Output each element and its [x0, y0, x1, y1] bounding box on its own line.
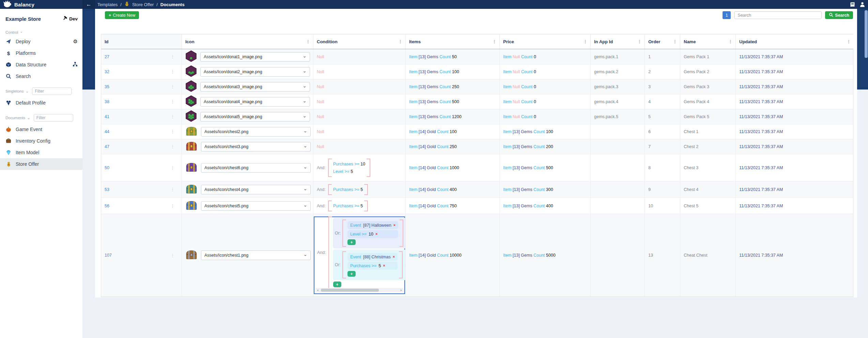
pagination-page-1[interactable]: 1: [723, 11, 731, 19]
sidebar-item-search[interactable]: Search: [0, 70, 82, 82]
singletons-section-label[interactable]: Singletons⌄: [5, 89, 29, 94]
row-menu-icon[interactable]: ⋮: [170, 114, 175, 119]
column-menu-icon[interactable]: ⋮: [583, 39, 588, 44]
create-new-button[interactable]: + Create New: [105, 11, 139, 19]
icon-path-select[interactable]: Assets/Icon/donat2_image.png⌄: [200, 67, 310, 77]
horizontal-scrollbar[interactable]: ‹›: [315, 288, 403, 292]
remove-condition-icon[interactable]: ×: [375, 232, 377, 236]
row-menu-icon[interactable]: ⋮: [170, 84, 175, 89]
icon-path-select[interactable]: Assets/Icon/chest4.png⌄: [201, 185, 311, 194]
user-profile-icon[interactable]: [859, 2, 865, 7]
column-header-items[interactable]: Items⋮: [406, 34, 500, 49]
sidebar-item-game-event[interactable]: Game Event: [0, 124, 82, 135]
table-body: 27⋮Assets/Icon/donat1_image.png⌄NullItem…: [101, 49, 853, 297]
breadcrumb-documents[interactable]: Documents: [160, 2, 185, 7]
row-id-link[interactable]: 27: [105, 54, 109, 59]
row-menu-icon[interactable]: ⋮: [170, 99, 175, 104]
add-group-button[interactable]: +: [333, 281, 341, 287]
icon-path-select[interactable]: Assets/Icon/chest5.png⌄: [201, 201, 311, 211]
sidebar-item-store-offer[interactable]: $ Store Offer: [0, 158, 82, 170]
row-menu-icon[interactable]: ⋮: [170, 69, 175, 74]
column-header-in-app-id[interactable]: In App Id⋮: [591, 34, 645, 49]
remove-condition-icon[interactable]: ×: [393, 255, 395, 259]
column-header-name[interactable]: Name⋮: [680, 34, 736, 49]
documents-section-label[interactable]: Documents⌄: [5, 115, 30, 120]
documents-filter-input[interactable]: [34, 114, 73, 122]
cell-price: Item Null Count 0: [500, 79, 591, 94]
singletons-filter-input[interactable]: [32, 87, 72, 95]
sidebar-item-item-model[interactable]: Item Model: [0, 147, 82, 158]
icon-path-select[interactable]: Assets/Icon/chest6.png⌄: [201, 163, 311, 173]
condition-chip[interactable]: Purchases >=5×: [347, 262, 398, 270]
remove-condition-icon[interactable]: ×: [393, 223, 396, 227]
column-menu-icon[interactable]: ⋮: [847, 39, 851, 44]
row-id-link[interactable]: 107: [105, 253, 112, 258]
scroll-right-icon[interactable]: ›: [399, 288, 403, 292]
docs-book-icon[interactable]: [850, 2, 855, 7]
row-id-link[interactable]: 32: [105, 69, 109, 74]
control-section-label[interactable]: Control⌄: [5, 30, 77, 34]
row-menu-icon[interactable]: ⋮: [170, 165, 175, 170]
sidebar-item-platforms[interactable]: $ Platforms: [0, 47, 82, 59]
icon-path-select[interactable]: Assets/Icon/donat5_image.png⌄: [200, 112, 310, 122]
condition-chip[interactable]: Level >=10×: [347, 230, 398, 238]
row-id-link[interactable]: 35: [105, 84, 109, 89]
scroll-left-icon[interactable]: ‹: [315, 288, 320, 292]
count-value: 0: [534, 54, 536, 59]
column-header-condition[interactable]: Condition⋮: [313, 34, 406, 49]
row-menu-icon[interactable]: ⋮: [170, 253, 175, 258]
scrollbar-thumb[interactable]: [321, 289, 379, 292]
column-menu-icon[interactable]: ⋮: [673, 39, 677, 44]
column-header-id[interactable]: Id: [101, 34, 182, 49]
column-menu-icon[interactable]: ⋮: [398, 39, 403, 44]
deploy-settings-gear-icon[interactable]: ⚙: [73, 38, 78, 45]
back-button[interactable]: ←: [82, 0, 95, 9]
logo[interactable]: Balancy: [0, 0, 82, 9]
column-menu-icon[interactable]: ⋮: [637, 39, 642, 44]
condition-chip[interactable]: Event[88] Christmas×: [347, 253, 398, 261]
profile-cluster-icon: [5, 100, 12, 106]
sidebar-item-deploy[interactable]: Deploy ⚙: [0, 36, 82, 47]
row-id-link[interactable]: 47: [105, 144, 109, 149]
column-header-icon[interactable]: Icon⋮: [182, 34, 313, 49]
column-menu-icon[interactable]: ⋮: [492, 39, 497, 44]
row-id-link[interactable]: 41: [105, 114, 109, 119]
column-header-order[interactable]: Order⋮: [645, 34, 680, 49]
cell-items: Item [13] Gems Count 100: [406, 64, 500, 79]
dev-mode-button[interactable]: Dev: [62, 16, 78, 22]
row-id-link[interactable]: 53: [105, 187, 109, 192]
condition-editor[interactable]: And:Or:Event[87] Halloween×Level >=10×+×…: [314, 216, 405, 294]
row-menu-icon[interactable]: ⋮: [170, 129, 175, 134]
column-header-updated[interactable]: Updated⋮: [736, 34, 854, 49]
column-header-price[interactable]: Price⋮: [500, 34, 591, 49]
breadcrumb-store-offer[interactable]: Store Offer: [132, 2, 154, 7]
sidebar-item-data-structure[interactable]: Data Structure: [0, 59, 82, 70]
row-id-link[interactable]: 56: [105, 204, 109, 208]
row-menu-icon[interactable]: ⋮: [170, 187, 175, 192]
row-menu-icon[interactable]: ⋮: [170, 204, 175, 208]
column-menu-icon[interactable]: ⋮: [306, 39, 310, 44]
row-id-link[interactable]: 38: [105, 99, 109, 104]
sidebar-item-default-profile[interactable]: Default Profile: [0, 97, 82, 109]
row-menu-icon[interactable]: ⋮: [170, 54, 175, 59]
icon-path-select[interactable]: Assets/Icon/donat3_image.png⌄: [200, 82, 310, 92]
column-menu-icon[interactable]: ⋮: [728, 39, 733, 44]
breadcrumb-templates[interactable]: Templates: [97, 2, 118, 7]
icon-path-select[interactable]: Assets/Icon/donat4_image.png⌄: [200, 97, 310, 107]
icon-path-select[interactable]: Assets/Icon/chest1.png⌄: [201, 251, 311, 260]
search-button[interactable]: Search: [825, 11, 853, 19]
row-id-link[interactable]: 44: [105, 129, 109, 134]
add-condition-button[interactable]: +: [347, 271, 356, 277]
hierarchy-icon[interactable]: [73, 62, 78, 68]
vertical-scrollbar[interactable]: [865, 10, 868, 58]
condition-chip[interactable]: Event[87] Halloween×: [347, 221, 398, 229]
remove-condition-icon[interactable]: ×: [383, 264, 385, 268]
icon-path-select[interactable]: Assets/Icon/chest2.png⌄: [201, 127, 311, 136]
row-id-link[interactable]: 50: [105, 165, 109, 170]
icon-path-select[interactable]: Assets/Icon/chest3.png⌄: [201, 142, 311, 151]
sidebar-item-inventory-config[interactable]: Inventory Config: [0, 135, 82, 147]
add-condition-button[interactable]: +: [347, 239, 356, 245]
search-input[interactable]: [734, 11, 822, 19]
icon-path-select[interactable]: Assets/Icon/donat1_image.png⌄: [200, 52, 310, 62]
row-menu-icon[interactable]: ⋮: [170, 144, 175, 149]
